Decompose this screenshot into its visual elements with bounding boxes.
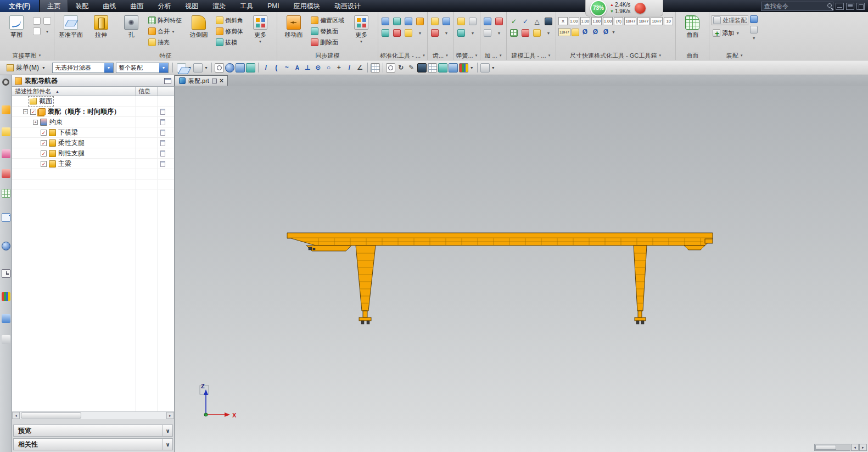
- diameter-dim-icon[interactable]: Ø: [601, 27, 611, 37]
- chamfer-dim-icon[interactable]: [572, 29, 579, 36]
- internet-explorer-icon[interactable]: [2, 242, 10, 250]
- hd3d-tool-icon[interactable]: [2, 189, 10, 198]
- info-note-icon[interactable]: [160, 109, 165, 115]
- standard-tool-icon[interactable]: [393, 29, 401, 37]
- spring-edit-icon[interactable]: [457, 29, 465, 37]
- tab-pmi[interactable]: PMI: [260, 0, 286, 12]
- snap-point-on-curve-icon[interactable]: /: [345, 63, 354, 72]
- expand-icon[interactable]: +: [33, 120, 38, 125]
- dim-fit-10h7-icon[interactable]: 10H7: [651, 17, 663, 25]
- layer-visible-icon[interactable]: [438, 63, 447, 72]
- history-icon[interactable]: [2, 269, 10, 278]
- system-scene-icon[interactable]: [2, 314, 10, 323]
- gear-icon[interactable]: [2, 79, 9, 86]
- spring-caret-icon[interactable]: ▼: [471, 31, 475, 35]
- offset-region-button[interactable]: 偏置区域: [310, 15, 345, 25]
- snap-auto-icon[interactable]: A: [293, 63, 302, 72]
- shell-button[interactable]: 抽壳: [147, 37, 183, 47]
- scroll-right-icon[interactable]: ►: [859, 444, 867, 451]
- dim-format-tolerance-icon[interactable]: 1.00: [603, 17, 613, 25]
- dim-format-reference-icon[interactable]: (X): [614, 17, 623, 25]
- render-style-icon[interactable]: [417, 63, 427, 72]
- fit-tool-icon[interactable]: [533, 29, 541, 37]
- dim-format-tolerance-icon[interactable]: 1.00: [569, 17, 579, 25]
- pattern-feature-button[interactable]: 阵列特征: [147, 15, 183, 25]
- dim-format-tolerance-icon[interactable]: 1.00: [591, 17, 602, 25]
- trim-body-button[interactable]: 修剪体: [215, 26, 244, 36]
- group-label-modeling-tools[interactable]: 建模工具 - ... ▼: [507, 52, 556, 59]
- caret-icon[interactable]: ▼: [491, 66, 495, 70]
- standard-tool-icon[interactable]: [405, 18, 412, 25]
- appearance-palette-icon[interactable]: [459, 63, 468, 72]
- standard-tools-caret-icon[interactable]: ▼: [418, 31, 422, 35]
- sketch-more-caret-icon[interactable]: ▼: [46, 30, 49, 34]
- chevron-down-icon[interactable]: ∨: [163, 425, 172, 436]
- edge-blend-button[interactable]: 边倒圆: [184, 14, 213, 39]
- minimize-ribbon-icon[interactable]: [836, 3, 844, 10]
- scroll-right-icon[interactable]: ►: [166, 412, 174, 419]
- part-tab[interactable]: 装配.prt ×: [175, 75, 228, 86]
- group-label-direct-sketch[interactable]: 直接草图 ▼: [0, 52, 54, 59]
- info-note-icon[interactable]: [160, 150, 165, 157]
- tree-row-main-beam[interactable]: ✓ 主梁: [12, 159, 174, 169]
- sync-more-button[interactable]: 更多 ▼: [347, 14, 376, 43]
- dim-format-tolerance-icon[interactable]: 1.00: [580, 17, 591, 25]
- group-label-spring[interactable]: 弹簧... ▼: [454, 52, 480, 59]
- component-checkbox[interactable]: ✓: [41, 130, 47, 136]
- search-icon[interactable]: [827, 3, 832, 8]
- fit-badge-icon[interactable]: 10H7: [558, 28, 570, 36]
- unite-button[interactable]: 合并 ▼: [147, 26, 183, 36]
- tab-file[interactable]: 文件(F): [0, 0, 40, 12]
- group-label-surface[interactable]: 曲面: [676, 52, 709, 59]
- tab-home[interactable]: 主页: [40, 0, 68, 12]
- tree-row-constraints[interactable]: + 约束: [12, 117, 174, 127]
- reuse-library-icon[interactable]: [2, 169, 10, 178]
- sketch-line-icon[interactable]: [33, 17, 41, 25]
- shaded-view-icon[interactable]: [449, 63, 458, 72]
- graphics-canvas[interactable]: Z X ◄ ►: [175, 86, 868, 452]
- add-component-button[interactable]: 添加 ▼: [712, 28, 748, 38]
- selection-box-icon[interactable]: [215, 63, 224, 72]
- spring-tool-icon[interactable]: [469, 18, 477, 25]
- grid-snap-icon[interactable]: [371, 63, 380, 72]
- gear-modeling-icon[interactable]: [431, 18, 439, 25]
- group-label-gc-toolbox[interactable]: 尺寸快速格式化工具 - GC工具箱 ▼: [556, 52, 675, 59]
- tab-application[interactable]: 应用模块: [287, 0, 327, 12]
- help-window-icon[interactable]: [856, 3, 865, 10]
- table-tool-icon[interactable]: [510, 29, 518, 37]
- dim-fit-10h7-icon[interactable]: 10H7: [624, 17, 636, 25]
- move-object-icon[interactable]: [193, 63, 203, 72]
- triangle-tool-icon[interactable]: △: [533, 17, 542, 26]
- snap-spline-icon[interactable]: ~: [282, 63, 292, 72]
- standard-tool-icon[interactable]: [416, 18, 424, 25]
- dim-fit-10-icon[interactable]: 10: [664, 17, 673, 25]
- tab-analysis[interactable]: 分析: [150, 0, 178, 12]
- scrollbar-thumb[interactable]: [21, 412, 81, 418]
- move-face-button[interactable]: 移动面: [279, 14, 308, 39]
- constraint-navigator-icon[interactable]: [2, 127, 10, 136]
- snap-circle-icon[interactable]: ○: [324, 63, 333, 72]
- snap-line-icon[interactable]: /: [261, 63, 271, 72]
- scroll-left-icon[interactable]: ◄: [12, 412, 20, 419]
- sketch-rectangle-icon[interactable]: [43, 17, 51, 25]
- scrollbar-track[interactable]: [814, 444, 850, 451]
- group-label-prep[interactable]: 加 ... ▼: [480, 52, 506, 59]
- part-navigator-icon[interactable]: [2, 149, 10, 158]
- info-note-icon[interactable]: [160, 161, 165, 167]
- display-tool-icon[interactable]: [545, 18, 552, 25]
- prep-extra-icon[interactable]: [484, 29, 491, 37]
- web-browser-icon[interactable]: [2, 213, 10, 222]
- gear-edit-icon[interactable]: [431, 29, 439, 37]
- combo-caret-icon[interactable]: ▼: [104, 63, 113, 72]
- gear-tool-icon[interactable]: [443, 18, 450, 25]
- delete-face-button[interactable]: 删除面: [310, 37, 345, 47]
- snap-center-icon[interactable]: ⊙: [313, 63, 323, 72]
- datum-plane-button[interactable]: 基准平面: [57, 14, 85, 39]
- tab-view[interactable]: 视图: [178, 0, 205, 12]
- orientation-triad[interactable]: Z X: [200, 383, 237, 418]
- menu-button[interactable]: 菜单(M) ▼: [3, 62, 50, 74]
- caret-icon[interactable]: ▼: [470, 66, 474, 70]
- layer-table-icon[interactable]: [428, 63, 437, 72]
- snap-arc-icon[interactable]: (: [272, 63, 281, 72]
- group-label-gear[interactable]: 齿... ▼: [428, 52, 453, 59]
